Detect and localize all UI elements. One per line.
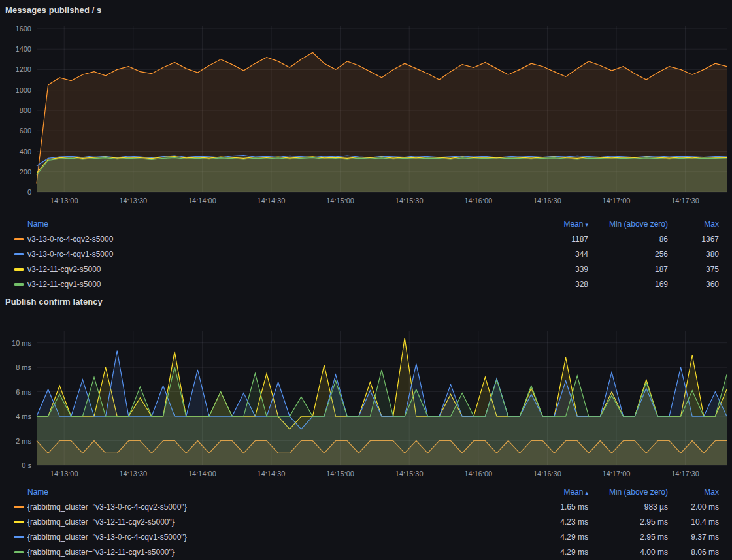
- series-name[interactable]: v3-13-0-rc-4-cqv1-s5000: [27, 250, 113, 259]
- mean-label: Mean: [563, 220, 583, 229]
- series-mean: 1187: [523, 235, 588, 244]
- series-min: 169: [588, 280, 668, 289]
- series-max: 375: [668, 265, 719, 274]
- svg-text:14:17:00: 14:17:00: [603, 470, 631, 478]
- svg-text:14:15:30: 14:15:30: [395, 470, 424, 478]
- svg-text:2 ms: 2 ms: [16, 437, 31, 445]
- legend-row: v3-12-11-cqv2-s5000 339 187 375: [0, 261, 719, 276]
- series-color-swatch: [14, 521, 24, 523]
- legend-row: v3-13-0-rc-4-cqv2-s5000 1187 86 1367: [0, 231, 719, 246]
- legend-header: Name Mean▾ Min (above zero) Max: [0, 217, 719, 231]
- legend-messages-published: Name Mean▾ Min (above zero) Max v3-13-0-…: [0, 217, 732, 291]
- mean-label: Mean: [563, 487, 583, 497]
- svg-text:14:17:00: 14:17:00: [603, 197, 631, 205]
- series-mean: 344: [523, 250, 588, 259]
- legend-header-max[interactable]: Max: [668, 220, 719, 229]
- series-name[interactable]: {rabbitmq_cluster="v3-12-11-cqv1-s5000"}: [27, 548, 175, 557]
- svg-text:14:14:00: 14:14:00: [188, 470, 216, 478]
- series-color-swatch: [14, 268, 24, 271]
- series-color-swatch: [14, 551, 24, 553]
- series-max: 2.00 ms: [668, 502, 719, 512]
- series-mean: 4.29 ms: [523, 533, 588, 542]
- svg-text:14:14:00: 14:14:00: [188, 197, 216, 205]
- svg-text:14:14:30: 14:14:30: [258, 470, 286, 478]
- legend-header-min[interactable]: Min (above zero): [588, 487, 668, 497]
- svg-text:14:16:00: 14:16:00: [464, 197, 492, 205]
- series-min: 983 µs: [588, 502, 668, 512]
- panel-title-publish-confirm-latency[interactable]: Publish confirm latency: [0, 291, 732, 312]
- series-name[interactable]: v3-13-0-rc-4-cqv2-s5000: [27, 235, 113, 244]
- svg-text:14:17:30: 14:17:30: [671, 197, 699, 205]
- series-name[interactable]: {rabbitmq_cluster="v3-13-0-rc-4-cqv2-s50…: [27, 502, 187, 512]
- legend-header-name[interactable]: Name: [0, 220, 523, 229]
- svg-text:0: 0: [27, 188, 31, 196]
- svg-text:1200: 1200: [16, 65, 31, 73]
- svg-text:14:17:30: 14:17:30: [671, 470, 699, 478]
- series-mean: 1.65 ms: [523, 502, 588, 512]
- series-color-swatch: [14, 283, 24, 286]
- svg-text:14:13:30: 14:13:30: [119, 197, 147, 205]
- grafana-dashboard: Messages published / s 02004006008001000…: [0, 0, 732, 559]
- svg-text:14:16:30: 14:16:30: [533, 470, 561, 478]
- svg-text:4 ms: 4 ms: [16, 412, 31, 420]
- legend-header: Name Mean▴ Min (above zero) Max: [0, 485, 719, 499]
- panel-messages-published: Messages published / s 02004006008001000…: [0, 0, 732, 291]
- legend-row: v3-13-0-rc-4-cqv1-s5000 344 256 380: [0, 246, 719, 261]
- svg-text:600: 600: [20, 127, 31, 135]
- svg-text:200: 200: [20, 168, 31, 176]
- series-min: 2.95 ms: [588, 533, 668, 542]
- series-mean: 4.23 ms: [523, 518, 588, 527]
- legend-row: {rabbitmq_cluster="v3-12-11-cqv2-s5000"}…: [0, 514, 719, 529]
- svg-text:14:15:30: 14:15:30: [395, 197, 424, 205]
- svg-text:14:13:00: 14:13:00: [50, 470, 78, 478]
- panel-title-messages-published[interactable]: Messages published / s: [0, 0, 732, 21]
- svg-text:14:15:00: 14:15:00: [326, 197, 354, 205]
- legend-header-name[interactable]: Name: [0, 487, 523, 497]
- legend-header-min[interactable]: Min (above zero): [588, 220, 668, 229]
- series-mean: 328: [523, 280, 588, 289]
- svg-text:14:16:30: 14:16:30: [533, 197, 561, 205]
- svg-text:0 s: 0 s: [22, 461, 31, 469]
- series-color-swatch: [14, 238, 24, 240]
- series-max: 360: [668, 280, 719, 289]
- publish-confirm-latency-time-series[interactable]: 0 s2 ms4 ms6 ms8 ms10 ms14:13:0014:13:30…: [0, 312, 732, 485]
- svg-text:1600: 1600: [16, 25, 31, 33]
- legend-row: {rabbitmq_cluster="v3-12-11-cqv1-s5000"}…: [0, 544, 719, 559]
- series-max: 1367: [668, 235, 719, 244]
- svg-text:14:14:30: 14:14:30: [258, 197, 286, 205]
- svg-text:1000: 1000: [16, 86, 31, 94]
- series-min: 2.95 ms: [588, 518, 668, 527]
- svg-text:10 ms: 10 ms: [12, 339, 31, 347]
- series-max: 8.06 ms: [668, 548, 719, 557]
- series-name[interactable]: v3-12-11-cqv2-s5000: [27, 265, 101, 274]
- svg-text:8 ms: 8 ms: [16, 363, 31, 371]
- series-name[interactable]: {rabbitmq_cluster="v3-13-0-rc-4-cqv1-s50…: [27, 533, 187, 542]
- series-name[interactable]: {rabbitmq_cluster="v3-12-11-cqv2-s5000"}: [27, 518, 175, 527]
- series-color-swatch: [14, 506, 24, 508]
- series-max: 380: [668, 250, 719, 259]
- series-min: 4.00 ms: [588, 548, 668, 557]
- series-max: 9.37 ms: [668, 533, 719, 542]
- svg-text:800: 800: [20, 107, 31, 114]
- legend-row: {rabbitmq_cluster="v3-13-0-rc-4-cqv1-s50…: [0, 529, 719, 544]
- svg-text:14:16:00: 14:16:00: [464, 470, 492, 478]
- panel-publish-confirm-latency: Publish confirm latency 0 s2 ms4 ms6 ms8…: [0, 291, 732, 559]
- legend-header-mean[interactable]: Mean▾: [523, 220, 588, 229]
- series-name[interactable]: v3-12-11-cqv1-s5000: [27, 280, 101, 289]
- series-color-swatch: [14, 536, 24, 538]
- legend-row: {rabbitmq_cluster="v3-13-0-rc-4-cqv2-s50…: [0, 499, 719, 514]
- svg-text:1400: 1400: [16, 45, 31, 53]
- messages-published-time-series[interactable]: 0200400600800100012001400160014:13:0014:…: [0, 21, 732, 217]
- series-min: 86: [588, 235, 668, 244]
- svg-text:6 ms: 6 ms: [16, 388, 31, 396]
- svg-text:14:13:00: 14:13:00: [50, 197, 78, 205]
- series-mean: 4.29 ms: [523, 548, 588, 557]
- series-min: 256: [588, 250, 668, 259]
- series-min: 187: [588, 265, 668, 274]
- legend-header-mean[interactable]: Mean▴: [523, 487, 588, 497]
- legend-row: v3-12-11-cqv1-s5000 328 169 360: [0, 276, 719, 291]
- series-max: 10.4 ms: [668, 518, 719, 527]
- legend-header-max[interactable]: Max: [668, 487, 719, 497]
- series-color-swatch: [14, 253, 24, 255]
- series-mean: 339: [523, 265, 588, 274]
